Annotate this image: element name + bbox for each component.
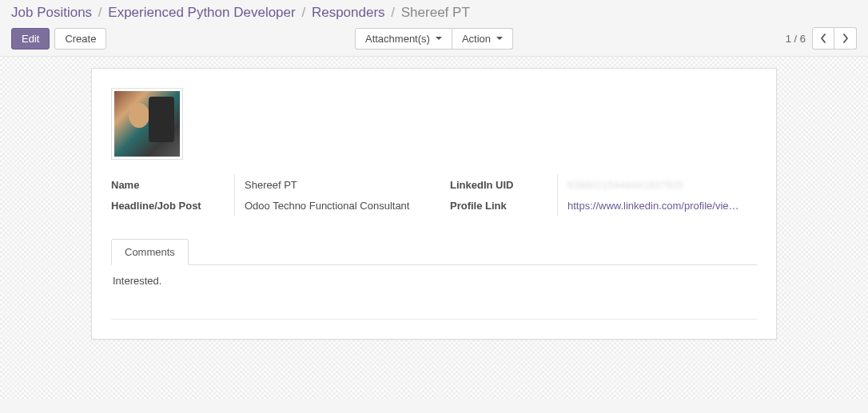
breadcrumb-current: Shereef PT xyxy=(401,5,470,20)
chevron-left-icon xyxy=(820,34,826,43)
breadcrumb-separator: / xyxy=(98,5,102,20)
breadcrumb: Job Positions / Experienced Python Devel… xyxy=(0,0,868,21)
field-label-headline: Headline/Job Post xyxy=(111,200,201,212)
profile-link[interactable]: https://www.linkedin.com/profile/vie… xyxy=(567,200,739,212)
field-label-name: Name xyxy=(111,179,139,191)
fields-grid: Name Headline/Job Post Shereef PT Odoo T… xyxy=(111,174,757,216)
caret-down-icon xyxy=(436,37,442,40)
pager-text[interactable]: 1 / 6 xyxy=(786,33,806,45)
avatar xyxy=(111,88,183,160)
breadcrumb-separator: / xyxy=(301,5,305,20)
action-button[interactable]: Action xyxy=(452,28,513,50)
pager-prev-button[interactable] xyxy=(812,27,834,50)
create-button[interactable]: Create xyxy=(54,28,106,50)
chevron-right-icon xyxy=(842,34,849,43)
field-value-headline: Odoo Techno Functional Consultant xyxy=(245,200,409,212)
pager-next-button[interactable] xyxy=(834,27,857,50)
pager-total: 6 xyxy=(800,33,806,45)
attachments-button[interactable]: Attachment(s) xyxy=(355,28,452,50)
field-label-profile-link: Profile Link xyxy=(450,200,507,212)
field-value-linkedin-uid: 63980215444441937920 xyxy=(567,179,683,191)
action-label: Action xyxy=(462,33,491,45)
pager-sep: / xyxy=(794,33,798,45)
tabs: Comments xyxy=(111,238,757,265)
control-bar: Edit Create Attachment(s) Action 1 / 6 xyxy=(0,21,868,57)
breadcrumb-link-job-positions[interactable]: Job Positions xyxy=(11,5,92,20)
control-bar-center: Attachment(s) Action xyxy=(355,28,513,50)
tab-content-comments: Interested. xyxy=(111,265,757,320)
field-column-left: Name Headline/Job Post Shereef PT Odoo T… xyxy=(111,174,434,216)
comment-text: Interested. xyxy=(113,275,161,287)
avatar-image xyxy=(114,91,180,157)
field-label-linkedin-uid: LinkedIn UID xyxy=(450,179,513,191)
breadcrumb-separator: / xyxy=(391,5,395,20)
content-area: Name Headline/Job Post Shereef PT Odoo T… xyxy=(0,57,868,400)
control-bar-right: 1 / 6 xyxy=(786,27,857,50)
attachments-label: Attachment(s) xyxy=(365,33,430,45)
tab-comments[interactable]: Comments xyxy=(111,239,189,265)
field-column-right: LinkedIn UID Profile Link 63980215444441… xyxy=(434,174,757,216)
caret-down-icon xyxy=(496,37,503,40)
pager-current: 1 xyxy=(786,33,791,45)
field-value-name: Shereef PT xyxy=(245,179,297,191)
form-sheet: Name Headline/Job Post Shereef PT Odoo T… xyxy=(91,68,777,340)
breadcrumb-link-responders[interactable]: Responders xyxy=(312,5,385,20)
edit-button[interactable]: Edit xyxy=(11,28,50,50)
control-bar-left: Edit Create xyxy=(11,28,106,50)
breadcrumb-link-job[interactable]: Experienced Python Developer xyxy=(108,5,295,20)
